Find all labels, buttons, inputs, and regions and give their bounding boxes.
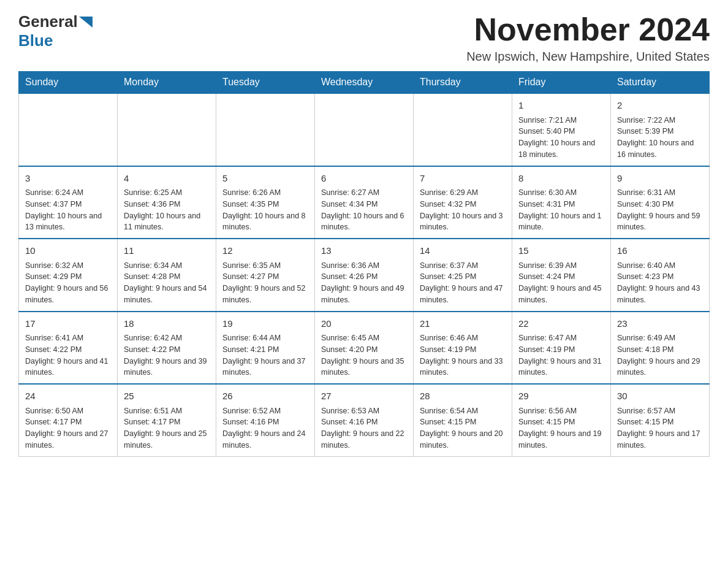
calendar-cell: 26Sunrise: 6:52 AM Sunset: 4:16 PM Dayli…	[216, 384, 315, 456]
calendar-cell: 22Sunrise: 6:47 AM Sunset: 4:19 PM Dayli…	[512, 312, 611, 385]
calendar-weekday-friday: Friday	[512, 72, 611, 94]
calendar-weekday-sunday: Sunday	[19, 72, 118, 94]
calendar-cell: 11Sunrise: 6:34 AM Sunset: 4:28 PM Dayli…	[118, 239, 216, 312]
day-info: Sunrise: 6:27 AM Sunset: 4:34 PM Dayligh…	[321, 187, 407, 233]
day-number: 8	[518, 172, 604, 186]
calendar-cell: 4Sunrise: 6:25 AM Sunset: 4:36 PM Daylig…	[118, 166, 216, 239]
calendar-cell: 21Sunrise: 6:46 AM Sunset: 4:19 PM Dayli…	[414, 312, 512, 385]
svg-marker-0	[79, 17, 93, 28]
calendar-cell: 1Sunrise: 7:21 AM Sunset: 5:40 PM Daylig…	[512, 93, 611, 166]
day-info: Sunrise: 6:31 AM Sunset: 4:30 PM Dayligh…	[617, 187, 703, 233]
day-info: Sunrise: 6:35 AM Sunset: 4:27 PM Dayligh…	[222, 260, 308, 306]
day-info: Sunrise: 6:32 AM Sunset: 4:29 PM Dayligh…	[25, 260, 111, 306]
logo: General Blue	[18, 12, 93, 50]
calendar-cell: 3Sunrise: 6:24 AM Sunset: 4:37 PM Daylig…	[19, 166, 118, 239]
calendar-cell	[118, 93, 216, 166]
day-info: Sunrise: 6:30 AM Sunset: 4:31 PM Dayligh…	[518, 187, 604, 233]
calendar-header-row: SundayMondayTuesdayWednesdayThursdayFrid…	[19, 72, 710, 94]
calendar-cell: 24Sunrise: 6:50 AM Sunset: 4:17 PM Dayli…	[19, 384, 118, 456]
calendar-cell	[19, 93, 118, 166]
day-number: 5	[222, 172, 308, 186]
calendar-weekday-tuesday: Tuesday	[216, 72, 315, 94]
day-number: 6	[321, 172, 407, 186]
calendar-cell: 10Sunrise: 6:32 AM Sunset: 4:29 PM Dayli…	[19, 239, 118, 312]
day-number: 30	[617, 389, 703, 404]
calendar-cell	[216, 93, 315, 166]
day-info: Sunrise: 6:52 AM Sunset: 4:16 PM Dayligh…	[222, 405, 308, 451]
day-info: Sunrise: 6:50 AM Sunset: 4:17 PM Dayligh…	[25, 405, 111, 451]
day-info: Sunrise: 6:36 AM Sunset: 4:26 PM Dayligh…	[321, 260, 407, 306]
calendar-weekday-thursday: Thursday	[414, 72, 512, 94]
day-number: 9	[617, 172, 703, 186]
calendar-cell: 9Sunrise: 6:31 AM Sunset: 4:30 PM Daylig…	[611, 166, 710, 239]
day-info: Sunrise: 6:47 AM Sunset: 4:19 PM Dayligh…	[518, 332, 604, 378]
day-info: Sunrise: 6:56 AM Sunset: 4:15 PM Dayligh…	[518, 405, 604, 451]
calendar-cell: 18Sunrise: 6:42 AM Sunset: 4:22 PM Dayli…	[118, 312, 216, 385]
calendar-week-row: 1Sunrise: 7:21 AM Sunset: 5:40 PM Daylig…	[19, 93, 710, 166]
day-info: Sunrise: 6:53 AM Sunset: 4:16 PM Dayligh…	[321, 405, 407, 451]
calendar-cell: 6Sunrise: 6:27 AM Sunset: 4:34 PM Daylig…	[315, 166, 414, 239]
calendar-weekday-saturday: Saturday	[611, 72, 710, 94]
day-number: 26	[222, 389, 308, 404]
calendar-cell: 23Sunrise: 6:49 AM Sunset: 4:18 PM Dayli…	[611, 312, 710, 385]
calendar-cell: 28Sunrise: 6:54 AM Sunset: 4:15 PM Dayli…	[414, 384, 512, 456]
day-number: 19	[222, 317, 308, 331]
logo-triangle-icon	[79, 17, 93, 28]
day-number: 17	[25, 317, 111, 331]
day-number: 20	[321, 317, 407, 331]
day-info: Sunrise: 6:49 AM Sunset: 4:18 PM Dayligh…	[617, 332, 703, 378]
day-info: Sunrise: 6:29 AM Sunset: 4:32 PM Dayligh…	[420, 187, 506, 233]
day-info: Sunrise: 6:41 AM Sunset: 4:22 PM Dayligh…	[25, 332, 111, 378]
month-title: November 2024	[466, 12, 710, 47]
calendar-cell: 20Sunrise: 6:45 AM Sunset: 4:20 PM Dayli…	[315, 312, 414, 385]
calendar-cell: 16Sunrise: 6:40 AM Sunset: 4:23 PM Dayli…	[611, 239, 710, 312]
day-number: 15	[518, 244, 604, 258]
day-number: 25	[124, 389, 210, 404]
logo-blue-text: Blue	[18, 31, 53, 50]
calendar-cell: 13Sunrise: 6:36 AM Sunset: 4:26 PM Dayli…	[315, 239, 414, 312]
calendar-cell: 12Sunrise: 6:35 AM Sunset: 4:27 PM Dayli…	[216, 239, 315, 312]
calendar-cell	[315, 93, 414, 166]
logo-general-text: General	[18, 12, 78, 31]
page-header: General Blue November 2024 New Ipswich, …	[18, 12, 710, 64]
calendar-cell: 17Sunrise: 6:41 AM Sunset: 4:22 PM Dayli…	[19, 312, 118, 385]
day-number: 24	[25, 389, 111, 404]
day-info: Sunrise: 6:54 AM Sunset: 4:15 PM Dayligh…	[420, 405, 506, 451]
calendar-weekday-wednesday: Wednesday	[315, 72, 414, 94]
calendar-cell: 8Sunrise: 6:30 AM Sunset: 4:31 PM Daylig…	[512, 166, 611, 239]
calendar-week-row: 10Sunrise: 6:32 AM Sunset: 4:29 PM Dayli…	[19, 239, 710, 312]
calendar-week-row: 24Sunrise: 6:50 AM Sunset: 4:17 PM Dayli…	[19, 384, 710, 456]
day-number: 2	[617, 99, 703, 113]
calendar-cell: 30Sunrise: 6:57 AM Sunset: 4:15 PM Dayli…	[611, 384, 710, 456]
day-info: Sunrise: 6:37 AM Sunset: 4:25 PM Dayligh…	[420, 260, 506, 306]
day-info: Sunrise: 6:44 AM Sunset: 4:21 PM Dayligh…	[222, 332, 308, 378]
title-area: November 2024 New Ipswich, New Hampshire…	[466, 12, 710, 64]
calendar-cell: 29Sunrise: 6:56 AM Sunset: 4:15 PM Dayli…	[512, 384, 611, 456]
day-number: 3	[25, 172, 111, 186]
calendar-week-row: 17Sunrise: 6:41 AM Sunset: 4:22 PM Dayli…	[19, 312, 710, 385]
day-info: Sunrise: 7:22 AM Sunset: 5:39 PM Dayligh…	[617, 115, 703, 161]
day-info: Sunrise: 6:42 AM Sunset: 4:22 PM Dayligh…	[124, 332, 210, 378]
calendar-cell: 15Sunrise: 6:39 AM Sunset: 4:24 PM Dayli…	[512, 239, 611, 312]
calendar-cell	[414, 93, 512, 166]
day-info: Sunrise: 6:24 AM Sunset: 4:37 PM Dayligh…	[25, 187, 111, 233]
location-subtitle: New Ipswich, New Hampshire, United State…	[466, 50, 710, 64]
day-number: 18	[124, 317, 210, 331]
day-info: Sunrise: 6:25 AM Sunset: 4:36 PM Dayligh…	[124, 187, 210, 233]
day-number: 12	[222, 244, 308, 258]
day-number: 22	[518, 317, 604, 331]
day-info: Sunrise: 6:26 AM Sunset: 4:35 PM Dayligh…	[222, 187, 308, 233]
day-number: 16	[617, 244, 703, 258]
day-info: Sunrise: 6:34 AM Sunset: 4:28 PM Dayligh…	[124, 260, 210, 306]
day-number: 21	[420, 317, 506, 331]
day-info: Sunrise: 6:51 AM Sunset: 4:17 PM Dayligh…	[124, 405, 210, 451]
calendar-week-row: 3Sunrise: 6:24 AM Sunset: 4:37 PM Daylig…	[19, 166, 710, 239]
calendar-cell: 25Sunrise: 6:51 AM Sunset: 4:17 PM Dayli…	[118, 384, 216, 456]
day-number: 29	[518, 389, 604, 404]
day-number: 28	[420, 389, 506, 404]
calendar-weekday-monday: Monday	[118, 72, 216, 94]
day-info: Sunrise: 6:57 AM Sunset: 4:15 PM Dayligh…	[617, 405, 703, 451]
day-info: Sunrise: 6:40 AM Sunset: 4:23 PM Dayligh…	[617, 260, 703, 306]
calendar-cell: 27Sunrise: 6:53 AM Sunset: 4:16 PM Dayli…	[315, 384, 414, 456]
day-number: 23	[617, 317, 703, 331]
